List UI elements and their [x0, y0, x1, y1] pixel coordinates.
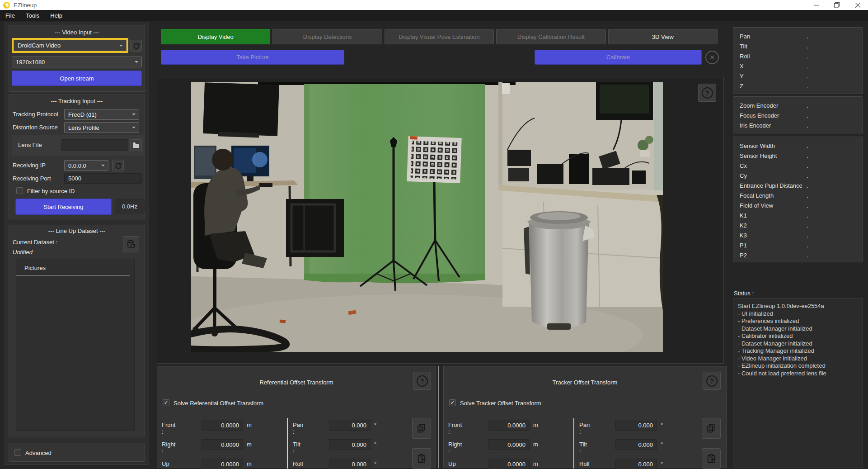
- tab-display-detections[interactable]: Display Detections: [272, 29, 382, 44]
- close-button[interactable]: [847, 0, 868, 10]
- tracking-input-group: --- Tracking Input --- Tracking Protocol…: [9, 95, 145, 219]
- referential-help-button[interactable]: ?: [413, 372, 431, 390]
- pictures-list[interactable]: Pictures: [16, 259, 135, 431]
- solve-tracker-checkbox[interactable]: ✓: [449, 399, 456, 406]
- video-input-title: --- Video Input ---: [9, 29, 145, 36]
- receiving-port-input[interactable]: 5000: [64, 173, 142, 184]
- offset-field-input[interactable]: 0.0000: [202, 459, 243, 469]
- paste-offsets-button[interactable]: [412, 448, 431, 469]
- offset-field-unit: °: [661, 441, 663, 448]
- take-picture-button[interactable]: Take Picture: [161, 50, 344, 65]
- studio-scene: [191, 82, 663, 352]
- tab-3d-view[interactable]: 3D View: [608, 29, 718, 44]
- offset-field-input[interactable]: 0.0000: [488, 459, 530, 469]
- lens-file-input[interactable]: [61, 139, 128, 151]
- offset-field-label: Pan :: [579, 422, 590, 435]
- close-icon: [855, 3, 860, 8]
- browse-lens-file-button[interactable]: [130, 139, 142, 151]
- copy-offsets-button[interactable]: [412, 418, 431, 439]
- distortion-source-select[interactable]: Lens Profile: [64, 122, 139, 133]
- offset-field-input[interactable]: 0.000: [329, 420, 371, 431]
- tab-display-calibration-result[interactable]: Display Calibration Result: [496, 29, 605, 44]
- offset-field-unit: °: [661, 460, 663, 467]
- offset-field-input[interactable]: 0.000: [615, 439, 657, 450]
- video-feed: [191, 82, 663, 352]
- telemetry-row: K3 .: [733, 230, 863, 240]
- telemetry-value: .: [807, 122, 863, 129]
- camera-select-highlight: DroidCam Video: [12, 38, 128, 53]
- menu-file[interactable]: File: [0, 10, 20, 21]
- resolution-select[interactable]: 1920x1080: [12, 57, 142, 67]
- cancel-calibration-button[interactable]: ✕: [705, 51, 719, 64]
- camera-select[interactable]: DroidCam Video: [14, 40, 127, 51]
- tracker-help-button[interactable]: ?: [703, 372, 721, 390]
- view-tabbar: Display Video Display Detections Display…: [161, 29, 718, 44]
- copy-offsets-button[interactable]: [702, 418, 721, 439]
- receiving-ip-select[interactable]: 0.0.0.0: [64, 160, 108, 171]
- right-sidebar: Pan . Tilt . Roll . X .: [732, 25, 864, 469]
- video-display-container: ?: [157, 77, 724, 364]
- tracking-protocol-label: Tracking Protocol: [13, 111, 58, 118]
- telemetry-value: .: [807, 162, 863, 169]
- telemetry-label: Y: [740, 73, 807, 80]
- telemetry-value: .: [807, 182, 863, 189]
- offset-field-input[interactable]: 0.0000: [488, 439, 530, 450]
- tracking-input-title: --- Tracking Input ---: [9, 98, 145, 104]
- receiving-ip-value: 0.0.0.0: [68, 162, 86, 169]
- refresh-cameras-button[interactable]: [130, 40, 142, 52]
- status-line: - Dataset Manager initialized: [738, 340, 858, 348]
- paste-offsets-button[interactable]: [702, 448, 721, 469]
- filter-source-checkbox[interactable]: [16, 187, 23, 194]
- offset-field-unit: m: [533, 460, 538, 467]
- refresh-ip-button[interactable]: [112, 160, 124, 171]
- referential-offset-title: Referential Offset Transform: [157, 379, 436, 386]
- telemetry-row: P2 .: [733, 250, 863, 260]
- database-refresh-icon: [126, 239, 136, 249]
- lens-file-label: Lens File: [18, 142, 42, 148]
- resolution-select-value: 1920x1080: [16, 59, 45, 66]
- offset-field-input[interactable]: 0.000: [329, 439, 371, 450]
- offset-field-input[interactable]: 0.000: [329, 459, 371, 469]
- tab-display-video[interactable]: Display Video: [161, 29, 270, 44]
- minimize-button[interactable]: [806, 0, 826, 10]
- tracking-protocol-value: FreeD (d1): [68, 111, 97, 118]
- offset-field-input[interactable]: 0.0000: [488, 420, 530, 431]
- offset-field-unit: m: [247, 422, 252, 428]
- dataset-title: --- Line Up Dataset ---: [9, 227, 145, 234]
- telemetry-label: Roll: [740, 53, 807, 60]
- status-line: Start EZlineup 1.0.0dev-ee2554a: [738, 303, 858, 310]
- offset-field-input[interactable]: 0.0000: [202, 439, 243, 450]
- tracking-protocol-select[interactable]: FreeD (d1): [64, 109, 139, 120]
- telemetry-row: Zoom Encoder .: [733, 100, 863, 110]
- status-line: - EZlineup initialization completed: [738, 362, 858, 370]
- open-stream-button[interactable]: Open stream: [12, 71, 142, 86]
- telemetry-row: Pan .: [733, 31, 863, 41]
- offset-field-label: Tilt :: [579, 441, 587, 455]
- menu-help[interactable]: Help: [45, 10, 68, 21]
- offset-field-input[interactable]: 0.000: [615, 459, 657, 469]
- solve-referential-checkbox[interactable]: ✓: [163, 399, 169, 406]
- window-title: EZlineup: [14, 2, 37, 9]
- tracker-offset-title: Tracker Offset Transform: [444, 379, 726, 386]
- telemetry-row: Roll .: [733, 51, 863, 61]
- reload-dataset-button[interactable]: [123, 236, 139, 252]
- tab-display-visual-pose-estimation[interactable]: Display Visual Pose Estimation: [385, 29, 494, 44]
- panel-divider: [573, 418, 574, 469]
- offset-field-label: Up :: [448, 460, 456, 469]
- distortion-source-label: Distortion Source: [13, 124, 58, 131]
- offset-field-label: Right :: [162, 441, 175, 455]
- start-receiving-button[interactable]: Start Receiving: [15, 199, 112, 215]
- telemetry-value: .: [807, 252, 863, 259]
- app-logo-icon: [3, 2, 10, 9]
- offset-field-input[interactable]: 0.0000: [202, 420, 243, 431]
- offset-field-input[interactable]: 0.000: [615, 420, 657, 431]
- status-line: - Could not load preferred lens file: [738, 370, 858, 378]
- calibrate-button[interactable]: Calibrate: [535, 50, 702, 65]
- advanced-checkbox[interactable]: [14, 449, 21, 456]
- receiving-port-label: Receiving Port: [13, 175, 51, 182]
- maximize-restore-button[interactable]: [826, 0, 847, 10]
- video-help-button[interactable]: ?: [698, 84, 716, 102]
- menu-tools[interactable]: Tools: [20, 10, 45, 21]
- offset-field-unit: m: [533, 441, 538, 448]
- telemetry-label: P1: [740, 242, 807, 249]
